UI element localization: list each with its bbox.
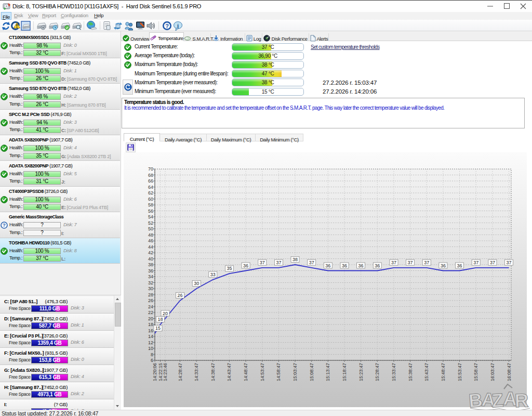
svg-text:48: 48 xyxy=(148,232,153,238)
svg-text:62: 62 xyxy=(148,190,153,196)
svg-text:34: 34 xyxy=(148,274,153,279)
svg-text:15:53:47: 15:53:47 xyxy=(457,363,462,381)
svg-text:38: 38 xyxy=(148,262,153,267)
svg-text:64: 64 xyxy=(148,185,153,190)
svg-text:37: 37 xyxy=(490,260,495,265)
svg-text:36: 36 xyxy=(358,263,364,268)
svg-text:37: 37 xyxy=(260,260,265,265)
svg-text:37: 37 xyxy=(424,260,429,265)
svg-text:44: 44 xyxy=(148,244,153,250)
svg-text:R: R xyxy=(514,389,528,411)
svg-text:16: 16 xyxy=(148,328,153,333)
svg-text:15:38:47: 15:38:47 xyxy=(408,363,413,381)
svg-text:70: 70 xyxy=(148,166,153,172)
svg-text:14:20:06: 14:20:06 xyxy=(152,363,157,381)
svg-text:i: i xyxy=(177,22,179,29)
svg-text:14: 14 xyxy=(148,334,153,339)
svg-text:15:03:47: 15:03:47 xyxy=(292,363,298,381)
svg-text:15: 15 xyxy=(155,326,161,331)
svg-text:14:28:47: 14:28:47 xyxy=(178,363,183,381)
svg-text:60: 60 xyxy=(148,197,153,202)
svg-text:37: 37 xyxy=(408,260,413,265)
svg-text:15:58:47: 15:58:47 xyxy=(473,363,478,381)
svg-text:12: 12 xyxy=(148,340,153,345)
svg-text:20: 20 xyxy=(148,316,153,321)
svg-text:8: 8 xyxy=(151,352,153,357)
svg-text:37: 37 xyxy=(506,260,511,265)
svg-text:30: 30 xyxy=(148,286,153,291)
svg-text:46: 46 xyxy=(148,238,153,243)
svg-text:36: 36 xyxy=(375,263,380,268)
svg-text:16:03:47: 16:03:47 xyxy=(490,363,495,381)
svg-text:16:08:47: 16:08:47 xyxy=(507,363,512,381)
svg-text:14:53:47: 14:53:47 xyxy=(260,363,265,381)
svg-text:36: 36 xyxy=(325,263,330,268)
svg-text:37: 37 xyxy=(276,260,281,265)
svg-text:33: 33 xyxy=(210,272,216,277)
svg-text:22: 22 xyxy=(148,310,153,315)
svg-text:28: 28 xyxy=(148,292,153,297)
svg-text:18: 18 xyxy=(148,322,153,327)
svg-text:15:23:47: 15:23:47 xyxy=(358,363,364,381)
svg-text:40: 40 xyxy=(148,256,153,262)
svg-text:36: 36 xyxy=(457,263,462,268)
svg-text:58: 58 xyxy=(148,202,153,207)
svg-text:36: 36 xyxy=(148,268,153,274)
svg-text:14:48:47: 14:48:47 xyxy=(243,363,248,381)
svg-text:37: 37 xyxy=(473,260,478,265)
svg-text:37: 37 xyxy=(391,260,396,265)
svg-text:56: 56 xyxy=(148,209,153,214)
svg-text:26: 26 xyxy=(177,293,182,298)
svg-text:14:22:15: 14:22:15 xyxy=(158,363,163,381)
svg-text:10: 10 xyxy=(148,346,153,351)
svg-text:14:33:47: 14:33:47 xyxy=(194,363,199,381)
svg-text:14:58:47: 14:58:47 xyxy=(276,363,281,381)
svg-text:14:43:47: 14:43:47 xyxy=(227,363,232,381)
svg-text:15:08:47: 15:08:47 xyxy=(309,363,314,381)
svg-text:6: 6 xyxy=(151,358,153,363)
svg-text:30: 30 xyxy=(194,281,199,286)
svg-text:36: 36 xyxy=(243,263,248,268)
svg-text:52: 52 xyxy=(148,220,153,226)
svg-text:15:48:47: 15:48:47 xyxy=(441,363,446,381)
svg-text:?: ? xyxy=(165,23,169,29)
svg-text:15:33:47: 15:33:47 xyxy=(391,363,396,381)
svg-text:24: 24 xyxy=(148,304,153,309)
svg-text:15:43:47: 15:43:47 xyxy=(424,363,429,381)
svg-text:36: 36 xyxy=(342,263,347,268)
svg-text:42: 42 xyxy=(148,250,153,255)
svg-text:36: 36 xyxy=(441,263,446,268)
svg-text:15:28:47: 15:28:47 xyxy=(375,363,380,381)
svg-text:26: 26 xyxy=(148,298,153,303)
svg-text:32: 32 xyxy=(148,280,153,285)
svg-text:68: 68 xyxy=(148,173,153,178)
svg-text:?: ? xyxy=(3,223,6,228)
svg-text:37: 37 xyxy=(309,260,314,265)
svg-text:Z: Z xyxy=(491,389,504,411)
svg-text:15:13:47: 15:13:47 xyxy=(325,363,330,381)
svg-text:50: 50 xyxy=(148,226,153,231)
svg-text:15:18:47: 15:18:47 xyxy=(342,363,347,381)
svg-text:20: 20 xyxy=(163,311,168,316)
svg-text:14:23:46: 14:23:46 xyxy=(163,363,168,381)
svg-text:18: 18 xyxy=(157,317,163,322)
svg-text:14:38:47: 14:38:47 xyxy=(210,363,216,381)
svg-text:54: 54 xyxy=(148,214,153,219)
svg-text:35: 35 xyxy=(227,266,232,271)
svg-text:38: 38 xyxy=(292,257,298,262)
svg-text:66: 66 xyxy=(148,178,153,184)
